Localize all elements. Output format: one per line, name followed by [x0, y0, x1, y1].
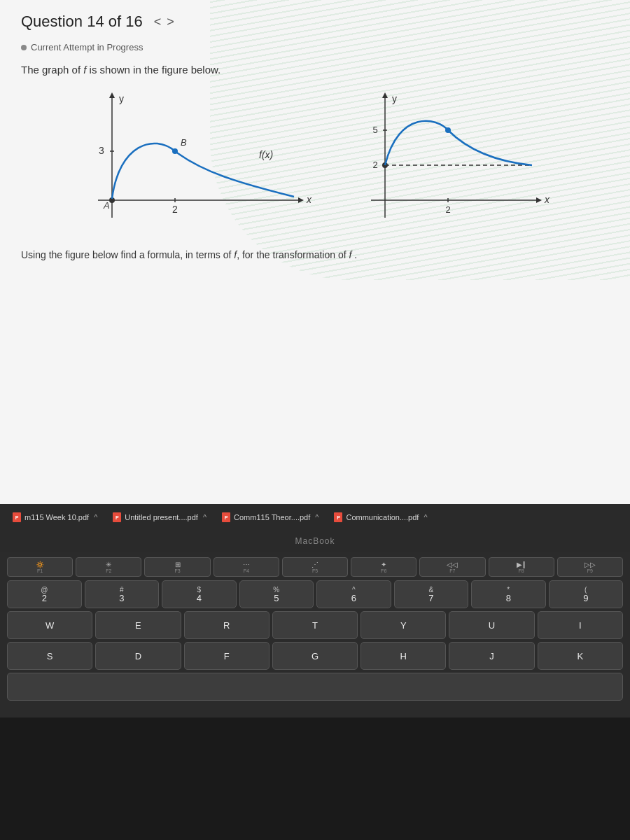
prev-arrow[interactable]: < [154, 15, 162, 29]
svg-text:f(x): f(x) [259, 149, 273, 160]
fn-key-row: 🔅F1 ✳F2 ⊞F3 ⋯F4 ⋰F5 ✦F6 ◁◁F7 ▶‖F8 ▷▷F9 [7, 557, 623, 577]
question-body: The graph of f is shown in the figure be… [0, 57, 630, 88]
graph2-container: 5 2 2 y x [329, 88, 553, 242]
key-f[interactable]: F [184, 642, 270, 670]
keyboard-area: 🔅F1 ✳F2 ⊞F3 ⋯F4 ⋰F5 ✦F6 ◁◁F7 ▶‖F8 ▷▷F9 @… [0, 552, 630, 718]
question-title: Question 14 of 16 [21, 13, 143, 31]
taskbar-item-2[interactable]: P Comm115 Theor....pdf ^ [215, 510, 326, 525]
number-key-row: @2 #3 $4 %5 ^6 &7 *8 (9 [7, 580, 623, 608]
pdf-icon-2: P [222, 512, 230, 522]
svg-text:2: 2 [372, 160, 377, 170]
attempt-label: Current Attempt in Progress [31, 42, 143, 52]
key-j[interactable]: J [449, 642, 534, 670]
taskbar-label-1: Untitled present....pdf [125, 513, 198, 522]
taskbar-item-1[interactable]: P Untitled present....pdf ^ [106, 510, 214, 525]
svg-text:5: 5 [372, 125, 377, 135]
qwerty-key-row: W E R T Y U I [7, 611, 623, 639]
svg-text:x: x [306, 194, 312, 205]
spacebar-row [7, 673, 623, 701]
rewind-icon: ◁◁ [447, 561, 458, 568]
pdf-icon-0: P [13, 512, 21, 522]
question-text-2: Using the figure below find a formula, i… [21, 249, 609, 260]
key-s[interactable]: S [7, 642, 92, 670]
main-content: Question 14 of 16 < > Current Attempt in… [0, 0, 630, 504]
svg-marker-17 [382, 92, 388, 98]
key-9[interactable]: (9 [549, 580, 624, 608]
key-u[interactable]: U [449, 611, 534, 639]
key-8[interactable]: *8 [471, 580, 546, 608]
svg-text:2: 2 [445, 204, 450, 215]
fn-key-f1[interactable]: 🔅F1 [7, 557, 73, 577]
fn-key-f9[interactable]: ▷▷F9 [557, 557, 623, 577]
svg-marker-18 [536, 197, 542, 203]
fn-key-f8[interactable]: ▶‖F8 [489, 557, 554, 577]
attempt-dot [21, 45, 27, 50]
macbook-label: MacBook [0, 531, 630, 552]
graph2-svg: 5 2 2 y x [329, 88, 553, 242]
key-y[interactable]: Y [360, 611, 446, 639]
fn-key-f6[interactable]: ✦F6 [351, 557, 416, 577]
spacebar[interactable] [7, 673, 623, 701]
svg-text:y: y [392, 93, 397, 104]
svg-text:A: A [103, 200, 110, 211]
svg-text:3: 3 [99, 145, 104, 156]
play-pause-icon: ▶‖ [517, 561, 526, 568]
taskbar: P m115 Week 10.pdf ^ P Untitled present.… [0, 504, 630, 531]
keyboard-backlight-down-icon: ⋰ [312, 561, 318, 568]
key-w[interactable]: W [7, 611, 92, 639]
graph1-container: 3 2 y x A B f(x) [21, 88, 315, 242]
fn-key-f7[interactable]: ◁◁F7 [419, 557, 485, 577]
mission-control-icon: ⊞ [175, 561, 181, 568]
taskbar-label-2: Comm115 Theor....pdf [234, 513, 310, 522]
asdf-key-row: S D F G H J K [7, 642, 623, 670]
taskbar-item-0[interactable]: P m115 Week 10.pdf ^ [6, 510, 104, 525]
key-5[interactable]: %5 [239, 580, 314, 608]
svg-text:y: y [119, 93, 124, 104]
svg-text:x: x [544, 194, 550, 205]
second-question-text: Using the figure below find a formula, i… [0, 242, 630, 267]
taskbar-caret-1: ^ [203, 513, 206, 522]
taskbar-caret-2: ^ [315, 513, 318, 522]
key-t[interactable]: T [272, 611, 358, 639]
fn-key-f4[interactable]: ⋯F4 [214, 557, 279, 577]
key-k[interactable]: K [538, 642, 623, 670]
brightness-down-icon: 🔅 [36, 561, 44, 568]
key-h[interactable]: H [360, 642, 446, 670]
graphs-row: 3 2 y x A B f(x) [0, 88, 630, 242]
graph1-svg: 3 2 y x A B f(x) [21, 88, 315, 242]
svg-marker-3 [298, 197, 304, 203]
fn-key-f5[interactable]: ⋰F5 [282, 557, 348, 577]
macbook-text: MacBook [295, 536, 335, 546]
pdf-icon-3: P [334, 512, 342, 522]
pdf-icon-1: P [113, 512, 121, 522]
svg-marker-2 [109, 92, 115, 98]
launchpad-icon: ⋯ [243, 561, 250, 568]
key-4[interactable]: $4 [162, 580, 237, 608]
key-e[interactable]: E [95, 611, 181, 639]
taskbar-item-3[interactable]: P Communication....pdf ^ [327, 510, 434, 525]
key-3[interactable]: #3 [85, 580, 160, 608]
taskbar-caret-3: ^ [424, 513, 427, 522]
svg-text:2: 2 [172, 204, 178, 215]
keyboard-backlight-up-icon: ✦ [381, 561, 386, 568]
svg-text:B: B [181, 137, 187, 148]
key-2[interactable]: @2 [7, 580, 82, 608]
key-g[interactable]: G [272, 642, 358, 670]
next-arrow[interactable]: > [167, 15, 174, 29]
header-bar: Question 14 of 16 < > [0, 0, 630, 38]
brightness-up-icon: ✳ [106, 561, 111, 568]
taskbar-caret-0: ^ [94, 513, 97, 522]
key-7[interactable]: &7 [394, 580, 469, 608]
nav-arrows: < > [154, 15, 174, 29]
fn-key-f3[interactable]: ⊞F3 [144, 557, 210, 577]
key-6[interactable]: ^6 [316, 580, 391, 608]
taskbar-label-0: m115 Week 10.pdf [24, 513, 89, 522]
key-r[interactable]: R [184, 611, 270, 639]
fn-key-f2[interactable]: ✳F2 [76, 557, 141, 577]
key-i[interactable]: I [538, 611, 623, 639]
question-text-1: The graph of f is shown in the figure be… [21, 64, 609, 76]
taskbar-label-3: Communication....pdf [346, 513, 419, 522]
key-d[interactable]: D [95, 642, 181, 670]
fast-forward-icon: ▷▷ [584, 561, 596, 568]
